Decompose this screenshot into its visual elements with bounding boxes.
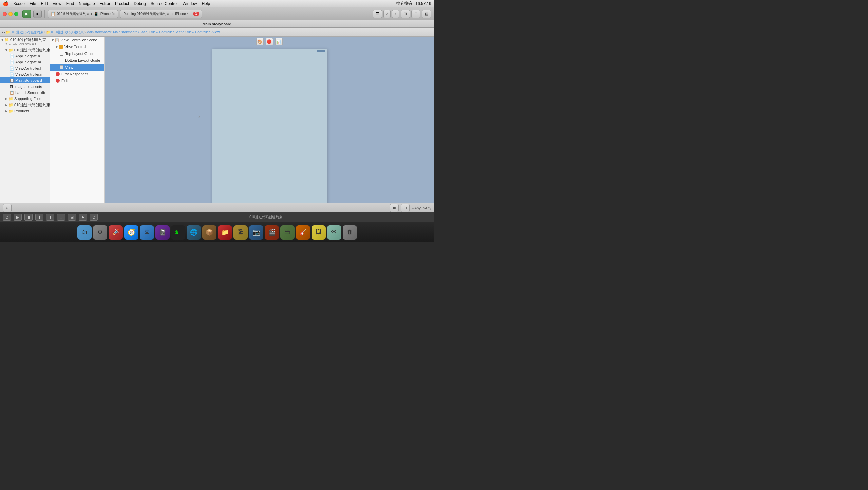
project-root-item[interactable]: ▶ 📁 010通过代码创建约束 [0,37,50,43]
menu-find[interactable]: Find [66,1,74,6]
debug-btn-8[interactable]: ➤ [79,214,87,221]
breadcrumb-part-6[interactable]: View [212,30,220,34]
debug-btn-9[interactable]: ⊙ [90,214,98,221]
dock-safari[interactable]: 🧭 [124,225,138,240]
group-label: Products [14,109,29,113]
debug-btn-4[interactable]: ⬆ [35,214,43,221]
scene-item-2[interactable]: Top Layout Guide [50,50,104,57]
forward-button[interactable]: › [392,10,399,18]
dock-terminal[interactable]: $_ [171,225,185,240]
scene-item-0[interactable]: ▶ 📋 View Controller Scene [50,37,104,43]
run-status-text: Running 010通过代码创建约束 on iPhone 4s [123,12,190,16]
launchscreen-xib-item[interactable]: 📋 LaunchScreen.xib [0,90,50,96]
dock-archive2[interactable]: 🗜 [233,225,248,240]
images-xcassets-item[interactable]: 🖼 Images.xcassets [0,83,50,90]
dock-mail[interactable]: ✉ [140,225,154,240]
back-button[interactable]: ‹ [383,10,391,18]
maximize-button[interactable] [14,12,18,16]
dock-filezilla[interactable]: 📁 [218,225,232,240]
dock-preview[interactable]: 👁 [327,225,341,240]
dock-rocket[interactable]: 🚀 [109,225,123,240]
group-label: 010通过代码创建约束Tests [14,102,50,108]
dock-photos[interactable]: 🖼 [312,225,326,240]
canvas-tool-2[interactable]: 🔴 [266,38,273,45]
menu-window[interactable]: Window [183,1,197,6]
menu-editor[interactable]: Editor [100,1,110,6]
debug-btn-7[interactable]: ⊞ [68,214,76,221]
debug-btn-5[interactable]: ⬇ [46,214,54,221]
minimize-button[interactable] [8,12,13,16]
dock-photo[interactable]: 📷 [249,225,263,240]
menu-view[interactable]: View [53,1,61,6]
navigator-toggle[interactable]: ☰ [373,10,382,18]
products-item[interactable]: ▶ 📁 Products [0,108,50,114]
scene-item-5[interactable]: First Responder [50,71,104,77]
window-title: Main.storyboard [203,22,232,26]
group-expand-item[interactable]: ▶ 📁 010通过代码创建约束 [0,47,50,53]
appdelegate-h-item[interactable]: 📄 AppDelegate.h [0,53,50,59]
dock-network[interactable]: 🌐 [187,225,201,240]
menu-xcode[interactable]: Xcode [13,1,25,6]
dock-movie[interactable]: 🎬 [265,225,279,240]
menu-navigate[interactable]: Navigate [79,1,95,6]
debug-btn-3[interactable]: ⏸ [24,214,33,221]
supporting-files-item[interactable]: ▶ 📁 Supporting Files [0,96,50,102]
file-navigator: ▶ 📁 010通过代码创建约束 2 targets, iOS SDK 8.1 ▶… [0,37,50,203]
menu-source-control[interactable]: Source Control [151,1,178,6]
breadcrumb-part-1[interactable]: 📁 010通过代码创建约束 [46,30,84,35]
divider [44,10,45,18]
canvas-area[interactable]: 🎨 🔴 📊 → [105,37,434,203]
debug-btn-6[interactable]: ↕ [57,214,65,221]
canvas-tool-3[interactable]: 📊 [275,38,283,45]
menu-product[interactable]: Product [115,1,129,6]
dock-trash[interactable]: 🗑 [343,225,357,240]
view-controller-canvas[interactable] [212,49,327,203]
dock-instruments[interactable]: 🎸 [296,225,310,240]
tests-item[interactable]: ▶ 📁 010通过代码创建约束Tests [0,102,50,108]
breadcrumb-nav-forward[interactable]: › [4,30,5,34]
stop-button[interactable]: ■ [33,10,42,18]
run-button[interactable]: ▶ [22,10,31,18]
menubar: 🍎 Xcode File Edit View Find Navigate Edi… [0,0,434,7]
dock-onenote[interactable]: 📓 [155,225,170,240]
viewcontroller-h-item[interactable]: 📄 ViewController.h [0,65,50,71]
menu-debug[interactable]: Debug [134,1,146,6]
menu-file[interactable]: File [30,1,36,6]
panel-toggle[interactable]: ▤ [422,10,431,18]
layout-toggle[interactable]: ⊞ [401,10,410,18]
breadcrumb-sep-0: › [44,30,45,34]
debug-btn-2[interactable]: ▶ [14,214,22,221]
apple-menu[interactable]: 🍎 [3,1,8,6]
close-button[interactable] [3,12,7,16]
input-method[interactable]: 搜狗拼音 [396,1,413,6]
device-icon: 📱 [94,12,99,16]
dock-system-prefs[interactable]: ⚙ [93,225,107,240]
canvas-options[interactable]: ⊞ [390,204,399,212]
split-toggle[interactable]: ⊟ [411,10,420,18]
breadcrumb-part-3[interactable]: Main.storyboard (Base) [113,30,148,34]
error-badge[interactable]: 3 [193,12,199,16]
zoom-fit-btn[interactable]: ⊕ [3,204,12,212]
breadcrumb-sep-1: › [84,30,86,34]
menu-edit[interactable]: Edit [41,1,48,6]
view-icon [60,65,63,69]
scene-item-6[interactable]: Exit [50,77,104,84]
menu-help[interactable]: Help [202,1,210,6]
breadcrumb-part-2[interactable]: Main.storyboard [86,30,111,34]
breadcrumb-part-5[interactable]: View Controller [187,30,210,34]
dock-keka[interactable]: 🗃 [280,225,295,240]
debug-btn-1[interactable]: ⊙ [3,214,11,221]
breadcrumb-part-4[interactable]: View Controller Scene [151,30,185,34]
scene-item-4[interactable]: View [50,64,104,71]
breadcrumb-nav-back[interactable]: ‹ [2,30,3,34]
size-toggle[interactable]: ⊟ [401,204,410,212]
appdelegate-m-item[interactable]: 📄 AppDelegate.m [0,59,50,65]
scene-item-3[interactable]: Bottom Layout Guide [50,57,104,64]
main-storyboard-item[interactable]: 📋 Main.storyboard [0,77,50,83]
breadcrumb-part-0[interactable]: 📁 010通过代码创建约束 [6,30,43,35]
scene-item-1[interactable]: ▶ View Controller [50,43,104,50]
canvas-tool-1[interactable]: 🎨 [256,38,264,45]
viewcontroller-m-item[interactable]: 📄 ViewController.m [0,71,50,77]
dock-finder[interactable]: 🗂 [77,225,92,240]
dock-archive[interactable]: 📦 [202,225,216,240]
